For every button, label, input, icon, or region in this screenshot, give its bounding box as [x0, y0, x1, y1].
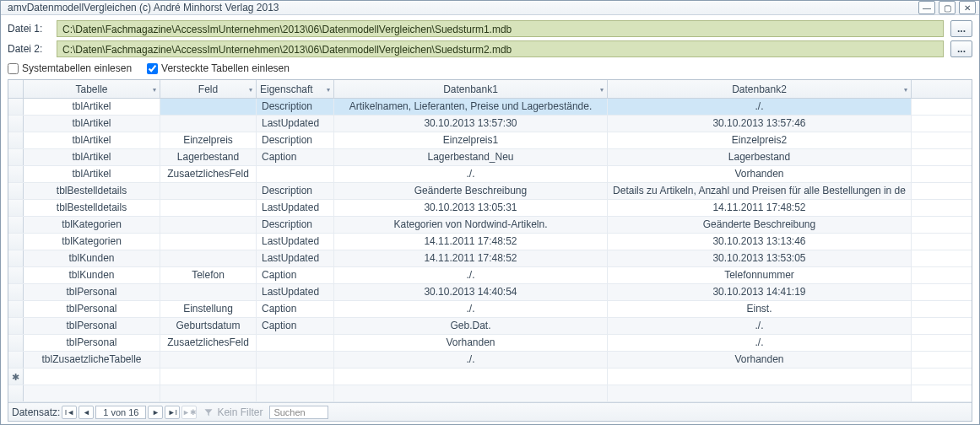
- table-row[interactable]: tblBestelldetailsLastUpdated30.10.2013 1…: [8, 200, 972, 217]
- table-row[interactable]: tblArtikelLastUpdated30.10.2013 13:57:30…: [8, 116, 972, 132]
- cell-db1[interactable]: 30.10.2013 13:05:31: [334, 200, 608, 216]
- cell-eigenschaft[interactable]: Caption: [257, 149, 334, 165]
- col-header-db2[interactable]: Datenbank2▾: [608, 80, 912, 98]
- systemtables-input[interactable]: [8, 63, 19, 74]
- cell-db2[interactable]: Telefonnummer: [608, 267, 912, 283]
- cell-feld[interactable]: Einzelpreis: [160, 132, 257, 148]
- cell-db2[interactable]: ./.: [608, 318, 912, 334]
- cell-eigenschaft[interactable]: [257, 352, 334, 368]
- cell-feld[interactable]: [160, 352, 257, 368]
- nav-next-button[interactable]: ►: [148, 406, 163, 419]
- row-selector[interactable]: [8, 99, 24, 115]
- cell-db1[interactable]: Geb.Dat.: [334, 318, 608, 334]
- cell-db2[interactable]: Details zu Artikeln, Anzahl und Preisen …: [608, 183, 912, 199]
- table-row[interactable]: tblKundenLastUpdated14.11.2011 17:48:523…: [8, 250, 972, 267]
- minimize-button[interactable]: —: [918, 1, 935, 14]
- cell-db2[interactable]: Vorhanden: [608, 166, 912, 182]
- table-row[interactable]: tblArtikelLagerbestandCaptionLagerbestan…: [8, 149, 972, 166]
- row-selector[interactable]: [8, 267, 24, 283]
- chevron-down-icon[interactable]: ▾: [249, 85, 252, 93]
- table-row[interactable]: tblPersonalZusaetzlichesFeldVorhanden./.: [8, 335, 972, 352]
- col-header-tabelle[interactable]: Tabelle▾: [24, 80, 160, 98]
- table-row[interactable]: tblArtikelDescriptionArtikelnamen, Liefe…: [8, 99, 972, 116]
- cell-tabelle[interactable]: tblBestelldetails: [24, 183, 160, 199]
- row-selector[interactable]: [8, 284, 24, 300]
- table-row[interactable]: tblKundenTelefonCaption./.Telefonnummer: [8, 267, 972, 284]
- cell-tabelle[interactable]: tblPersonal: [24, 284, 160, 300]
- row-selector[interactable]: [8, 250, 24, 266]
- cell-feld[interactable]: [160, 183, 257, 199]
- table-row[interactable]: tblKategorienDescriptionKategorien von N…: [8, 217, 972, 234]
- row-selector[interactable]: [8, 301, 24, 317]
- chevron-down-icon[interactable]: ▾: [327, 85, 330, 93]
- cell-db1[interactable]: Kategorien von Nordwind-Artikeln.: [334, 217, 608, 233]
- cell-feld[interactable]: [160, 284, 257, 300]
- cell-feld[interactable]: [160, 250, 257, 266]
- cell-db1[interactable]: Einzelpreis1: [334, 132, 608, 148]
- cell-tabelle[interactable]: tblKunden: [24, 267, 160, 283]
- cell-tabelle[interactable]: tblKategorien: [24, 217, 160, 233]
- close-button[interactable]: ✕: [959, 1, 976, 14]
- cell-db1[interactable]: 14.11.2011 17:48:52: [334, 250, 608, 266]
- nav-first-button[interactable]: I◄: [62, 406, 77, 419]
- cell-db1[interactable]: 30.10.2013 13:57:30: [334, 116, 608, 132]
- cell-db1[interactable]: Geänderte Beschreibung: [334, 183, 608, 199]
- file2-path[interactable]: C:\Daten\Fachmagazine\AccessImUnternehme…: [57, 40, 944, 57]
- cell-tabelle[interactable]: tblBestelldetails: [24, 200, 160, 216]
- nav-search-input[interactable]: Suchen: [269, 406, 328, 419]
- systemtables-checkbox[interactable]: Systemtabellen einlesen: [8, 62, 132, 74]
- row-selector-header[interactable]: [8, 80, 24, 98]
- table-row[interactable]: tblKategorienLastUpdated14.11.2011 17:48…: [8, 234, 972, 250]
- row-selector[interactable]: [8, 116, 24, 132]
- cell-eigenschaft[interactable]: LastUpdated: [257, 250, 334, 266]
- row-selector[interactable]: [8, 217, 24, 233]
- new-record-row[interactable]: [8, 369, 972, 385]
- table-row[interactable]: tblArtikelEinzelpreisDescriptionEinzelpr…: [8, 132, 972, 149]
- chevron-down-icon[interactable]: ▾: [153, 85, 156, 93]
- cell-feld[interactable]: [160, 116, 257, 132]
- cell-tabelle[interactable]: tblArtikel: [24, 132, 160, 148]
- cell-tabelle[interactable]: tblZusaetzlicheTabelle: [24, 352, 160, 368]
- cell-eigenschaft[interactable]: [257, 335, 334, 351]
- cell-db2[interactable]: ./.: [608, 99, 912, 115]
- cell-db2[interactable]: Geänderte Beschreibung: [608, 217, 912, 233]
- table-row[interactable]: tblPersonalGeburtsdatumCaptionGeb.Dat../…: [8, 318, 972, 335]
- cell-tabelle[interactable]: tblKunden: [24, 250, 160, 266]
- cell-db2[interactable]: Lagerbestand: [608, 149, 912, 165]
- cell-db1[interactable]: Vorhanden: [334, 335, 608, 351]
- table-row[interactable]: tblBestelldetailsDescriptionGeänderte Be…: [8, 183, 972, 200]
- chevron-down-icon[interactable]: ▾: [904, 85, 907, 93]
- row-selector[interactable]: [8, 234, 24, 250]
- col-header-eigenschaft[interactable]: Eigenschaft▾: [257, 80, 334, 98]
- cell-eigenschaft[interactable]: Description: [257, 183, 334, 199]
- file1-path[interactable]: C:\Daten\Fachmagazine\AccessImUnternehme…: [57, 20, 944, 37]
- cell-db2[interactable]: Einzelpreis2: [608, 132, 912, 148]
- table-row[interactable]: tblPersonalLastUpdated30.10.2013 14:40:5…: [8, 284, 972, 301]
- cell-feld[interactable]: [160, 99, 257, 115]
- cell-db1[interactable]: ./.: [334, 267, 608, 283]
- cell-db2[interactable]: ./.: [608, 335, 912, 351]
- cell-eigenschaft[interactable]: LastUpdated: [257, 284, 334, 300]
- cell-feld[interactable]: Geburtsdatum: [160, 318, 257, 334]
- row-selector[interactable]: [8, 132, 24, 148]
- cell-eigenschaft[interactable]: Caption: [257, 301, 334, 317]
- file1-browse-button[interactable]: ...: [950, 20, 972, 37]
- cell-feld[interactable]: Einstellung: [160, 301, 257, 317]
- nav-prev-button[interactable]: ◄: [79, 406, 94, 419]
- cell-eigenschaft[interactable]: LastUpdated: [257, 116, 334, 132]
- cell-eigenschaft[interactable]: LastUpdated: [257, 200, 334, 216]
- cell-db1[interactable]: Artikelnamen, Lieferanten, Preise und La…: [334, 99, 608, 115]
- table-row[interactable]: tblZusaetzlicheTabelle./.Vorhanden: [8, 352, 972, 369]
- row-selector[interactable]: [8, 149, 24, 165]
- cell-tabelle[interactable]: tblKategorien: [24, 234, 160, 250]
- cell-db2[interactable]: 30.10.2013 13:57:46: [608, 116, 912, 132]
- cell-tabelle[interactable]: tblArtikel: [24, 116, 160, 132]
- cell-feld[interactable]: ZusaetzlichesFeld: [160, 166, 257, 182]
- table-row[interactable]: tblArtikelZusaetzlichesFeld./.Vorhanden: [8, 166, 972, 183]
- cell-db2[interactable]: 14.11.2011 17:48:52: [608, 200, 912, 216]
- hiddentables-input[interactable]: [147, 63, 158, 74]
- cell-eigenschaft[interactable]: Description: [257, 132, 334, 148]
- cell-feld[interactable]: Lagerbestand: [160, 149, 257, 165]
- nav-position[interactable]: 1 von 16: [95, 406, 146, 419]
- cell-tabelle[interactable]: tblArtikel: [24, 99, 160, 115]
